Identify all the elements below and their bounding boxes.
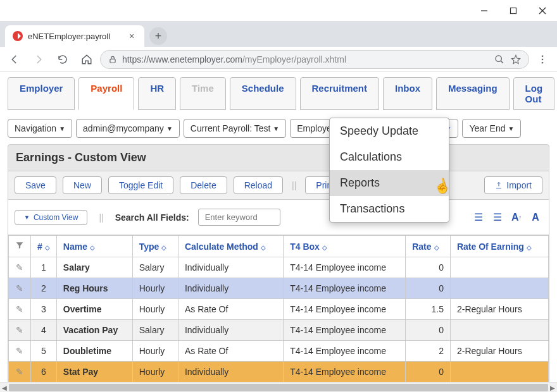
rate-cell: 2	[406, 341, 451, 362]
columns-right-icon[interactable]: ☰	[491, 211, 504, 224]
window-minimize-button[interactable]	[470, 1, 499, 21]
table-row[interactable]: ✎2Reg HoursHourlyIndividuallyT4-14 Emplo…	[9, 278, 549, 299]
svg-point-7	[542, 55, 544, 57]
t4-box-cell: T4-14 Employee income	[284, 257, 406, 278]
search-input[interactable]	[198, 209, 280, 226]
column-header-rate[interactable]: Rate◇	[406, 236, 451, 257]
row-number-cell: 6	[31, 362, 57, 383]
url-host: https://www.enetemployer.com	[122, 54, 242, 64]
reload-button[interactable]	[52, 49, 73, 70]
calc-method-cell: As Rate Of	[178, 341, 283, 362]
user-dropdown[interactable]: admin@mycompany▼	[76, 119, 180, 138]
name-cell: Doubletime	[56, 341, 132, 362]
menu-item-speedy-update[interactable]: Speedy Update	[330, 118, 449, 144]
import-button[interactable]: Import	[484, 176, 542, 194]
column-header-calculate-method[interactable]: Calculate Method◇	[178, 236, 283, 257]
toggle-edit-button[interactable]: Toggle Edit	[108, 176, 173, 194]
nav-tab-hr[interactable]: HR	[138, 77, 176, 110]
table-row[interactable]: ✎6Stat PayHourlyIndividuallyT4-14 Employ…	[9, 362, 549, 383]
menu-item-transactions[interactable]: Transactions	[330, 196, 449, 222]
window-close-button[interactable]	[528, 1, 557, 21]
font-decrease-icon[interactable]: A	[529, 211, 542, 224]
t4-box-cell: T4-14 Employee income	[284, 299, 406, 320]
column-header-t4-box[interactable]: T4 Box◇	[284, 236, 406, 257]
calc-method-cell: Individually	[178, 257, 283, 278]
t4-box-cell: T4-14 Employee income	[284, 341, 406, 362]
toolbar-separator: ||	[96, 212, 106, 223]
nav-tab-log-out[interactable]: Log Out	[513, 77, 555, 110]
rate-cell: 0	[406, 278, 451, 299]
row-edit-button[interactable]: ✎	[9, 320, 31, 341]
column-header-type[interactable]: Type◇	[132, 236, 178, 257]
sort-icon: ◇	[527, 244, 532, 251]
nav-tab-payroll[interactable]: Payroll	[78, 77, 134, 110]
rate-of-earning-cell: 2-Regular Hours	[450, 299, 548, 320]
address-bar[interactable]: https://www.enetemployer.com/myEmployer/…	[100, 50, 529, 69]
svg-line-6	[501, 61, 503, 63]
scroll-left-arrow[interactable]: ◀	[0, 383, 9, 392]
table-row[interactable]: ✎3OvertimeHourlyAs Rate OfT4-14 Employee…	[9, 299, 549, 320]
table-row[interactable]: ✎5DoubletimeHourlyAs Rate OfT4-14 Employ…	[9, 341, 549, 362]
row-number-cell: 3	[31, 299, 57, 320]
row-edit-button[interactable]: ✎	[9, 341, 31, 362]
row-edit-button[interactable]: ✎	[9, 362, 31, 383]
sort-icon: ◇	[322, 244, 327, 251]
nav-tab-inbox[interactable]: Inbox	[383, 77, 432, 110]
current-payroll-dropdown[interactable]: Current Payroll: Test▼	[184, 119, 286, 138]
nav-tab-messaging[interactable]: Messaging	[436, 77, 510, 110]
svg-point-8	[542, 58, 544, 60]
tab-close-button[interactable]: ×	[127, 31, 137, 41]
t4-box-cell: T4-14 Employee income	[284, 278, 406, 299]
tab-title: eNETEmployer:payroll	[28, 32, 122, 41]
toolbar-separator: ||	[289, 180, 299, 190]
new-button[interactable]: New	[63, 176, 102, 194]
columns-left-icon[interactable]: ☰	[472, 211, 485, 224]
name-cell: Stat Pay	[56, 362, 132, 383]
sort-icon: ◇	[434, 244, 439, 251]
browser-menu-button[interactable]	[532, 49, 553, 70]
back-button[interactable]	[4, 49, 25, 70]
rate-of-earning-cell	[450, 362, 548, 383]
scroll-right-arrow[interactable]: ▶	[548, 383, 557, 392]
calc-method-cell: Individually	[178, 362, 283, 383]
column-header-name[interactable]: Name◇	[56, 236, 132, 257]
menu-item-calculations[interactable]: Calculations	[330, 144, 449, 170]
reload-data-button[interactable]: Reload	[234, 176, 283, 194]
window-maximize-button[interactable]	[499, 1, 528, 21]
save-button[interactable]: Save	[15, 176, 56, 194]
new-tab-button[interactable]: +	[149, 27, 167, 45]
column-header-rate-of-earning[interactable]: Rate Of Earning◇	[450, 236, 548, 257]
nav-tab-recruitment[interactable]: Recruitment	[300, 77, 380, 110]
horizontal-scrollbar[interactable]: ◀ ▶	[0, 382, 557, 392]
upload-icon	[495, 181, 503, 189]
menu-item-reports[interactable]: Reports	[330, 170, 449, 196]
table-body: ✎1SalarySalaryIndividuallyT4-14 Employee…	[9, 257, 549, 383]
row-edit-button[interactable]: ✎	[9, 299, 31, 320]
type-cell: Salary	[132, 320, 178, 341]
browser-toolbar: https://www.enetemployer.com/myEmployer/…	[0, 47, 557, 72]
lock-icon	[108, 55, 117, 64]
delete-button[interactable]: Delete	[180, 176, 227, 194]
zoom-icon[interactable]	[494, 54, 504, 64]
navigation-dropdown[interactable]: Navigation▼	[8, 119, 72, 138]
sort-icon: ◇	[261, 244, 266, 251]
row-edit-button[interactable]: ✎	[9, 278, 31, 299]
custom-view-dropdown[interactable]: ▼Custom View	[15, 210, 87, 225]
filter-column-header[interactable]	[9, 236, 31, 257]
nav-tab-schedule[interactable]: Schedule	[230, 77, 296, 110]
year-end-dropdown[interactable]: Year End▼	[462, 119, 521, 138]
column-header--[interactable]: #◇	[31, 236, 57, 257]
nav-tab-employer[interactable]: Employer	[8, 77, 75, 110]
sort-icon: ◇	[45, 244, 50, 251]
row-edit-button[interactable]: ✎	[9, 257, 31, 278]
row-number-cell: 4	[31, 320, 57, 341]
table-row[interactable]: ✎4Vacation PaySalaryIndividuallyT4-14 Em…	[9, 320, 549, 341]
font-increase-icon[interactable]: A↑	[510, 211, 523, 224]
table-row[interactable]: ✎1SalarySalaryIndividuallyT4-14 Employee…	[9, 257, 549, 278]
column-tools: ☰ ☰ A↑ A	[472, 211, 542, 224]
rate-of-earning-cell	[450, 278, 548, 299]
home-button[interactable]	[76, 49, 97, 70]
browser-tab-active[interactable]: eNETEmployer:payroll ×	[5, 25, 144, 47]
scrollbar-thumb[interactable]	[9, 384, 548, 391]
star-icon[interactable]	[511, 54, 521, 64]
